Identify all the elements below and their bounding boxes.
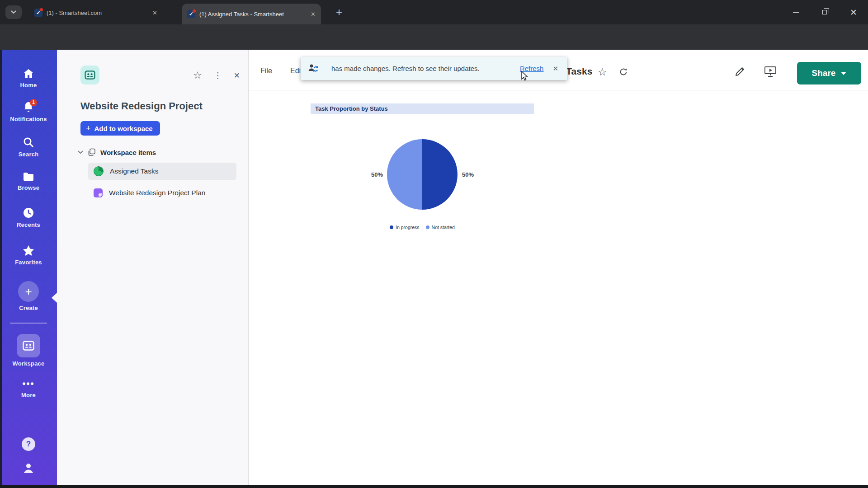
legend-entry: Not started — [426, 225, 455, 230]
present-icon[interactable] — [764, 66, 777, 77]
toast-refresh-link[interactable]: Refresh — [520, 65, 544, 72]
sidebar-item-home[interactable]: Home — [0, 68, 57, 89]
folder-icon — [23, 172, 34, 182]
tab-search-button[interactable] — [5, 5, 22, 19]
clock-icon — [23, 207, 34, 219]
legend-dot-in-progress — [390, 225, 393, 229]
pie-label-left: 50% — [371, 171, 383, 178]
chart-legend: In progress Not started — [379, 225, 466, 230]
search-icon — [23, 136, 34, 148]
window-close-button[interactable]: ✕ — [841, 0, 866, 24]
pie-label-right: 50% — [462, 171, 474, 178]
legend-entry: In progress — [390, 225, 420, 230]
smartsheet-favicon: ✓ — [187, 10, 195, 18]
tab-smartsheet-home[interactable]: ✓ (1) - Smartsheet.com ✕ — [29, 5, 163, 21]
sidebar-item-more[interactable]: ••• More — [0, 379, 57, 399]
window-restore-button[interactable] — [812, 0, 837, 24]
plus-circle-icon: + — [18, 281, 39, 302]
help-icon: ? — [22, 437, 35, 451]
tab-title: (1) Assigned Tasks - Smartsheet — [199, 11, 284, 18]
chart-title: Task Proportion by Status — [311, 103, 534, 114]
sidebar-help-button[interactable]: ? — [0, 437, 57, 451]
plus-icon: + — [86, 124, 91, 133]
share-button[interactable]: Share — [797, 62, 861, 84]
sidebar-item-search[interactable]: Search — [0, 136, 57, 158]
favorite-star-icon[interactable]: ☆ — [598, 66, 607, 78]
stacked-items-icon — [88, 148, 96, 156]
caret-down-icon — [841, 72, 846, 75]
workspace-panel: ☆ ⋮ ✕ Website Redesign Project + Add to … — [57, 50, 249, 485]
workspace-app-icon[interactable] — [80, 66, 99, 84]
tab-close-icon[interactable]: ✕ — [311, 11, 316, 18]
workspace-items-section[interactable]: Workspace items — [78, 148, 156, 156]
chevron-down-icon — [78, 150, 83, 154]
ellipsis-icon: ••• — [0, 379, 57, 389]
sidebar-item-workspace[interactable]: Workspace — [0, 334, 57, 367]
menu-file[interactable]: File — [260, 67, 272, 75]
add-to-workspace-button[interactable]: + Add to workspace — [80, 121, 160, 136]
sidebar-item-create[interactable]: + Create — [0, 281, 57, 311]
home-icon — [23, 68, 34, 79]
sidebar-account-button[interactable] — [0, 462, 57, 474]
toast-message: has made changes. Refresh to see their u… — [331, 65, 480, 72]
kebab-menu-icon[interactable]: ⋮ — [214, 70, 222, 80]
close-panel-icon[interactable]: ✕ — [234, 71, 240, 80]
window-left-edge — [0, 50, 2, 485]
edit-pencil-icon[interactable] — [734, 66, 746, 77]
list-item-assigned-tasks[interactable]: Assigned Tasks — [88, 163, 236, 180]
workspace-icon — [23, 341, 34, 351]
list-item-project-plan[interactable]: Website Redesign Project Plan — [88, 184, 236, 202]
sheet-icon — [94, 188, 103, 197]
refresh-toast: has made changes. Refresh to see their u… — [301, 57, 567, 80]
notification-badge: 1 — [30, 99, 37, 106]
panel-pointer-notch — [52, 293, 57, 303]
new-tab-button[interactable]: + — [333, 6, 345, 19]
pie — [387, 139, 458, 210]
person-icon — [22, 462, 35, 474]
section-title: Workspace items — [100, 149, 156, 156]
collaborators-sync-icon — [308, 63, 321, 74]
taskbar-edge — [0, 485, 868, 488]
app-sidebar: Home 1 Notifications Search Browse Recen… — [0, 50, 57, 485]
browser-toolbar: app.smartsheet.com/dashboards/CfWgV8vQhj… — [0, 24, 868, 50]
window-minimize-button[interactable] — [783, 0, 808, 24]
sidebar-item-browse[interactable]: Browse — [0, 172, 57, 191]
star-icon — [23, 245, 34, 256]
tab-title: (1) - Smartsheet.com — [47, 9, 102, 16]
refresh-icon[interactable] — [618, 67, 628, 77]
favorite-star-icon[interactable]: ☆ — [193, 70, 202, 81]
chevron-down-icon — [11, 10, 16, 14]
tab-assigned-tasks[interactable]: ✓ (1) Assigned Tasks - Smartsheet ✕ — [182, 4, 321, 24]
tab-close-icon[interactable]: ✕ — [152, 9, 157, 16]
browser-tab-bar: ✓ (1) - Smartsheet.com ✕ ✓ (1) Assigned … — [0, 0, 868, 24]
legend-dot-not-started — [426, 225, 429, 229]
sidebar-item-notifications[interactable]: 1 Notifications — [0, 101, 57, 122]
smartsheet-favicon: ✓ — [34, 9, 42, 17]
sidebar-item-favorites[interactable]: Favorites — [0, 245, 57, 266]
dashboard-main: File Edit Assigned Tasks ☆ Share Task Pr… — [249, 50, 868, 485]
dashboard-pie-icon — [94, 166, 104, 176]
toast-close-icon[interactable]: ✕ — [552, 65, 558, 73]
workspace-card-icon — [85, 70, 95, 80]
panel-title: Website Redesign Project — [80, 100, 203, 112]
sidebar-divider — [10, 323, 47, 324]
sidebar-item-recents[interactable]: Recents — [0, 207, 57, 228]
